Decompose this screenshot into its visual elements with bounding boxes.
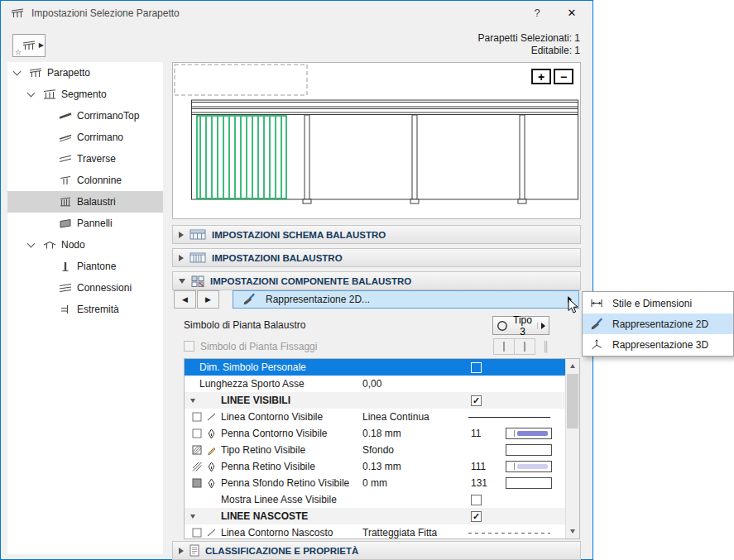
tree-item-balaustri[interactable]: Balaustri bbox=[7, 191, 163, 213]
tree-item-segmento[interactable]: Segmento bbox=[7, 84, 163, 105]
row-label: Linea Contorno Visibile bbox=[221, 411, 362, 423]
row-label: Penna Contorno Visibile bbox=[221, 428, 362, 439]
favorites-button[interactable]: ☆ ▶ bbox=[12, 34, 46, 57]
tree-item-estremità[interactable]: Estremità bbox=[7, 299, 163, 320]
color-swatch[interactable] bbox=[506, 444, 552, 456]
table-row-linea-contorno-visibile[interactable]: Linea Contorno VisibileLinea Continua bbox=[185, 409, 565, 425]
section-label: CLASSIFICAZIONE E PROPRIETÀ bbox=[205, 546, 358, 556]
prev-page-button[interactable]: ◀ bbox=[174, 290, 196, 309]
tree-item-label: Nodo bbox=[61, 239, 85, 251]
row-icons bbox=[185, 399, 221, 403]
zoom-controls: + − bbox=[531, 69, 573, 84]
table-row-dim-simbolo-personale[interactable]: Dim. Simbolo Personale bbox=[185, 359, 565, 376]
tree-item-pannelli[interactable]: Pannelli bbox=[7, 213, 163, 234]
tree-item-nodo[interactable]: Nodo bbox=[7, 234, 163, 256]
table-row-lunghezza-sporto-asse[interactable]: Lunghezza Sporto Asse0,00 bbox=[185, 376, 565, 392]
table-row-linea-contorno-nascosto[interactable]: Linea Contorno NascostoTratteggiata Fitt… bbox=[185, 524, 565, 538]
tree-item-colonnine[interactable]: Colonnine bbox=[7, 170, 163, 191]
menu-item-rappresentazione-3d[interactable]: Rappresentazione 3D bbox=[583, 334, 733, 355]
tree-item-label: Colonnine bbox=[77, 175, 122, 186]
close-button[interactable]: ✕ bbox=[554, 1, 589, 26]
railing-icon bbox=[27, 67, 43, 79]
attribute-table: Dim. Simbolo PersonaleLunghezza Sporto A… bbox=[185, 359, 565, 538]
section-schema-balaustro[interactable]: IMPOSTAZIONI SCHEMA BALAUSTRO bbox=[172, 225, 581, 244]
row-checkbox[interactable]: ✓ bbox=[471, 511, 482, 522]
row-label: Tipo Retino Visibile bbox=[221, 444, 362, 456]
symbol-type-button[interactable]: Tipo 3 bbox=[492, 316, 549, 335]
row-checkbox[interactable]: ✓ bbox=[471, 395, 482, 406]
dimensions-icon bbox=[588, 297, 606, 309]
tree-item-label: Piantone bbox=[77, 261, 116, 272]
section-balaustro[interactable]: IMPOSTAZIONI BALAUSTRO bbox=[172, 248, 581, 267]
row-checkbox[interactable] bbox=[471, 362, 482, 373]
color-swatch[interactable] bbox=[506, 461, 552, 472]
tree-item-traverse[interactable]: Traverse bbox=[7, 148, 163, 170]
chevron-expanded-icon[interactable] bbox=[13, 68, 22, 76]
line-type-preview[interactable] bbox=[466, 409, 559, 425]
row-icons bbox=[185, 515, 221, 519]
table-scrollbar[interactable] bbox=[565, 359, 579, 538]
collapse-arrow-icon[interactable] bbox=[190, 515, 195, 519]
tree-item-corrimano[interactable]: Corrimano bbox=[7, 127, 163, 148]
table-row-linee-nascoste[interactable]: LINEE NASCOSTE✓ bbox=[185, 508, 565, 524]
next-page-button[interactable]: ▶ bbox=[197, 290, 219, 309]
page-selector[interactable]: Rappresentazione 2D... bbox=[233, 290, 579, 309]
row-value: 0.13 mm bbox=[362, 461, 466, 472]
scroll-up-button[interactable] bbox=[566, 359, 579, 373]
table-row-penna-contorno-visibile[interactable]: Penna Contorno Visibile0.18 mm11 bbox=[185, 425, 565, 442]
fissaggi-checkbox[interactable] bbox=[184, 341, 194, 352]
fissaggi-label: Simbolo di Pianta Fissaggi bbox=[200, 341, 317, 352]
row-checkbox[interactable] bbox=[471, 495, 482, 505]
zoom-out-button[interactable]: − bbox=[554, 69, 573, 84]
chevron-expanded-icon[interactable] bbox=[27, 240, 36, 248]
color-swatch[interactable] bbox=[506, 477, 552, 489]
collapsed-arrow-icon bbox=[179, 255, 184, 261]
tree-item-label: Pannelli bbox=[77, 218, 113, 229]
row-label: Dim. Simbolo Personale bbox=[199, 361, 362, 373]
menu-item-stile-e-dimensioni[interactable]: Stile e Dimensioni bbox=[583, 293, 733, 314]
balaustro-panel-icon bbox=[189, 252, 206, 263]
collapse-arrow-icon[interactable] bbox=[190, 399, 195, 403]
zoom-in-button[interactable]: + bbox=[531, 69, 551, 84]
tree-item-piantone[interactable]: Piantone bbox=[7, 256, 163, 277]
titlebar[interactable]: Impostazioni Selezione Parapetto bbox=[1, 1, 592, 26]
brush-icon bbox=[240, 293, 258, 306]
window-title: Impostazioni Selezione Parapetto bbox=[31, 7, 180, 19]
tree-item-label: Balaustri bbox=[77, 196, 116, 208]
hatch-box-icon bbox=[190, 445, 203, 455]
preview-2d[interactable]: + − bbox=[172, 62, 581, 219]
editable-count: Editabile: 1 bbox=[478, 45, 580, 57]
gray-box-icon bbox=[190, 478, 203, 488]
row-value: 0.18 mm bbox=[362, 428, 466, 439]
menu-item-rappresentazione-2d[interactable]: Rappresentazione 2D bbox=[583, 314, 733, 334]
align-right-button[interactable] bbox=[514, 338, 535, 355]
pencil-icon bbox=[205, 445, 218, 456]
table-row-linee-visibili[interactable]: LINEE VISIBILI✓ bbox=[185, 392, 565, 409]
section-classificazione[interactable]: CLASSIFICAZIONE E PROPRIETÀ bbox=[172, 541, 581, 560]
scroll-down-button[interactable] bbox=[566, 524, 579, 538]
table-row-tipo-retino-visibile[interactable]: Tipo Retino VisibileSfondo bbox=[185, 442, 565, 458]
component-panel-icon bbox=[191, 275, 204, 287]
chevron-right-icon bbox=[541, 323, 545, 329]
table-row-mostra-linee-asse-visibile[interactable]: Mostra Linee Asse Visibile bbox=[185, 491, 565, 508]
railing-settings-dialog: Impostazioni Selezione Parapetto ? ✕ ☆ ▶… bbox=[0, 0, 593, 560]
row-label: Lunghezza Sporto Asse bbox=[199, 378, 362, 390]
chevron-expanded-icon[interactable] bbox=[27, 89, 36, 98]
scrollbar-thumb[interactable] bbox=[567, 374, 578, 428]
color-swatch[interactable] bbox=[506, 428, 552, 439]
align-left-button[interactable] bbox=[493, 338, 515, 355]
selected-count: Parapetti Selezionati: 1 bbox=[478, 32, 580, 45]
inner-post-icon bbox=[57, 175, 73, 186]
table-row-penna-sfondo-retino-visibile[interactable]: Penna Sfondo Retino Visibile0 mm131 bbox=[185, 475, 565, 491]
symbol-label: Simbolo di Pianta Balaustro bbox=[184, 319, 305, 331]
triangle-up-icon bbox=[570, 364, 575, 368]
tree-item-parapetto[interactable]: Parapetto bbox=[7, 62, 163, 84]
tree-item-connessioni[interactable]: Connessioni bbox=[7, 277, 163, 299]
line-type-preview[interactable] bbox=[466, 524, 559, 538]
railing-icon bbox=[22, 40, 37, 51]
help-button[interactable]: ? bbox=[520, 1, 554, 26]
section-componente-balaustro[interactable]: IMPOSTAZIONI COMPONENTE BALAUSTRO bbox=[172, 271, 581, 290]
triangle-down-icon bbox=[570, 529, 575, 534]
table-row-penna-retino-visibile[interactable]: Penna Retino Visibile0.13 mm111 bbox=[185, 458, 565, 475]
tree-item-corrimanotop[interactable]: CorrimanoTop bbox=[7, 105, 163, 127]
